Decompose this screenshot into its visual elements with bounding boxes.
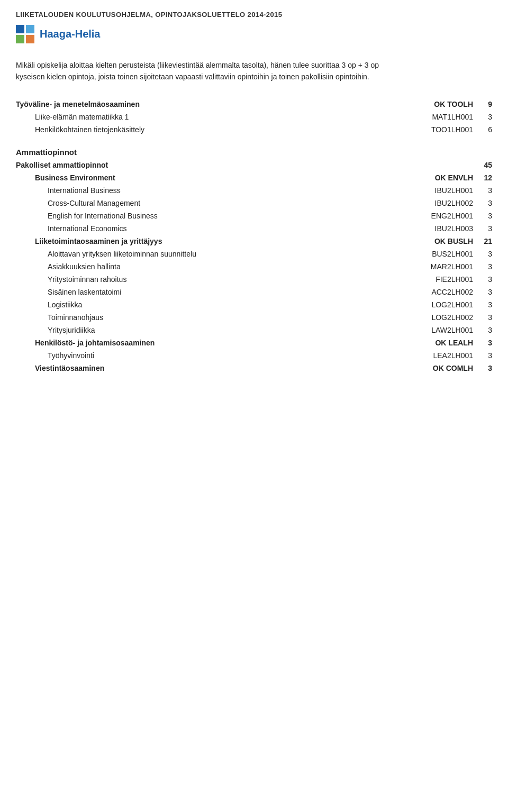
course-label-yritysjuridiikka: Yritysjuridiikka bbox=[16, 326, 95, 334]
course-code-yritysjuridiikka: LAW2LH001 bbox=[420, 326, 473, 334]
course-credits-yritystoiminnan: 3 bbox=[482, 275, 492, 284]
course-label-ammattiopinnot-header: Ammattiopinnot bbox=[16, 142, 77, 157]
course-row-intl-economics: International EconomicsIBU2LH0033 bbox=[16, 222, 492, 235]
course-label-international-business: International Business bbox=[16, 186, 121, 195]
course-label-liike-elaman: Liike-elämän matematiikka 1 bbox=[16, 113, 129, 121]
course-credits-intl-economics: 3 bbox=[482, 224, 492, 233]
course-code-international-business: IBU2LH001 bbox=[420, 186, 473, 195]
course-label-liiketoiminta: Liiketoimintaosaaminen ja yrittäjyys bbox=[16, 237, 162, 245]
course-code-intl-economics: IBU2LH003 bbox=[420, 224, 473, 233]
course-code-yritystoiminnan: FIE2LH001 bbox=[420, 275, 473, 284]
course-code-toiminnanohjaus: LOG2LH002 bbox=[420, 313, 473, 322]
logo-area: Haaga-Helia bbox=[16, 25, 492, 43]
course-code-aloittavan: BUS2LH001 bbox=[420, 250, 473, 258]
course-credits-logistiikka: 3 bbox=[482, 300, 492, 309]
course-credits-henkilosto: 3 bbox=[482, 339, 492, 347]
course-label-yritystoiminnan: Yritystoiminnan rahoitus bbox=[16, 275, 126, 284]
course-row-henkilosto: Henkilöstö- ja johtamisosaaminenOK LEALH… bbox=[16, 336, 492, 349]
logo-icon bbox=[16, 25, 34, 43]
course-credits-asiakkuuksien: 3 bbox=[482, 262, 492, 271]
course-code-liike-elaman: MAT1LH001 bbox=[420, 113, 473, 121]
course-credits-tyohyvinvointi: 3 bbox=[482, 351, 492, 360]
course-code-viestintaosaaminen: OK COMLH bbox=[420, 364, 473, 372]
course-credits-business-env: 12 bbox=[482, 174, 492, 182]
course-code-cross-cultural: IBU2LH002 bbox=[420, 199, 473, 207]
course-code-henkilosto: OK LEALH bbox=[420, 339, 473, 347]
course-label-henkilokohtainen: Henkilökohtainen tietojenkäsittely bbox=[16, 125, 144, 134]
course-code-asiakkuuksien: MAR2LH001 bbox=[420, 262, 473, 271]
course-credits-yritysjuridiikka: 3 bbox=[482, 326, 492, 334]
course-label-aloittavan: Aloittavan yrityksen liiketoiminnan suun… bbox=[16, 250, 196, 258]
course-row-yritystoiminnan: Yritystoiminnan rahoitusFIE2LH0013 bbox=[16, 273, 492, 286]
course-row-liiketoiminta: Liiketoimintaosaaminen ja yrittäjyysOK B… bbox=[16, 235, 492, 248]
course-code-logistiikka: LOG2LH001 bbox=[420, 300, 473, 309]
course-credits-tyovaline: 9 bbox=[482, 100, 492, 108]
course-credits-liike-elaman: 3 bbox=[482, 113, 492, 121]
course-credits-international-business: 3 bbox=[482, 186, 492, 195]
course-code-business-env: OK ENVLH bbox=[420, 174, 473, 182]
course-label-tyohyvinvointi: Työhyvinvointi bbox=[16, 351, 94, 360]
course-row-toiminnanohjaus: ToiminnanohjausLOG2LH0023 bbox=[16, 311, 492, 324]
course-label-asiakkuuksien: Asiakkuuksien hallinta bbox=[16, 262, 121, 271]
course-row-aloittavan: Aloittavan yrityksen liiketoiminnan suun… bbox=[16, 248, 492, 260]
course-code-henkilokohtainen: TOO1LH001 bbox=[420, 125, 473, 134]
course-row-pakolliset: Pakolliset ammattiopinnot45 bbox=[16, 159, 492, 171]
course-label-pakolliset: Pakolliset ammattiopinnot bbox=[16, 161, 108, 169]
course-credits-cross-cultural: 3 bbox=[482, 199, 492, 207]
course-credits-henkilokohtainen: 6 bbox=[482, 125, 492, 134]
course-row-liike-elaman: Liike-elämän matematiikka 1MAT1LH0013 bbox=[16, 111, 492, 123]
course-row-logistiikka: LogistiikkaLOG2LH0013 bbox=[16, 298, 492, 311]
course-code-tyohyvinvointi: LEA2LH001 bbox=[420, 351, 473, 360]
intro-paragraph: Mikäli opiskelija aloittaa kielten perus… bbox=[16, 59, 386, 83]
course-label-english-intl: English for International Business bbox=[16, 212, 158, 220]
logo-text: Haaga-Helia bbox=[40, 28, 101, 40]
course-label-tyovaline: Työväline- ja menetelmäosaaminen bbox=[16, 100, 140, 108]
course-row-asiakkuuksien: Asiakkuuksien hallintaMAR2LH0013 bbox=[16, 260, 492, 273]
course-row-viestintaosaaminen: ViestintäosaaminenOK COMLH3 bbox=[16, 362, 492, 375]
course-row-english-intl: English for International BusinessENG2LH… bbox=[16, 209, 492, 222]
course-label-viestintaosaaminen: Viestintäosaaminen bbox=[16, 364, 104, 372]
course-label-henkilosto: Henkilöstö- ja johtamisosaaminen bbox=[16, 339, 155, 347]
course-label-cross-cultural: Cross-Cultural Management bbox=[16, 199, 140, 207]
course-label-toiminnanohjaus: Toiminnanohjaus bbox=[16, 313, 103, 322]
course-credits-pakolliset: 45 bbox=[482, 161, 492, 169]
course-credits-english-intl: 3 bbox=[482, 212, 492, 220]
course-row-tyohyvinvointi: TyöhyvinvointiLEA2LH0013 bbox=[16, 349, 492, 362]
course-credits-sisainen: 3 bbox=[482, 288, 492, 296]
course-list: Työväline- ja menetelmäosaaminenOK TOOLH… bbox=[16, 98, 492, 375]
course-label-business-env: Business Environment bbox=[16, 174, 115, 182]
course-row-international-business: International BusinessIBU2LH0013 bbox=[16, 184, 492, 197]
course-code-sisainen: ACC2LH002 bbox=[420, 288, 473, 296]
course-label-intl-economics: International Economics bbox=[16, 224, 126, 233]
course-row-yritysjuridiikka: YritysjuridiikkaLAW2LH0013 bbox=[16, 324, 492, 336]
course-row-business-env: Business EnvironmentOK ENVLH12 bbox=[16, 171, 492, 184]
course-credits-aloittavan: 3 bbox=[482, 250, 492, 258]
header-title: LIIKETALOUDEN KOULUTUSOHJELMA, OPINTOJAK… bbox=[16, 11, 492, 19]
course-label-sisainen: Sisäinen laskentatoimi bbox=[16, 288, 121, 296]
course-credits-viestintaosaaminen: 3 bbox=[482, 364, 492, 372]
course-code-liiketoiminta: OK BUSLH bbox=[420, 237, 473, 245]
course-row-sisainen: Sisäinen laskentatoimiACC2LH0023 bbox=[16, 286, 492, 298]
course-row-henkilokohtainen: Henkilökohtainen tietojenkäsittelyTOO1LH… bbox=[16, 123, 492, 136]
course-row-ammattiopinnot-header: Ammattiopinnot bbox=[16, 140, 492, 159]
course-credits-liiketoiminta: 21 bbox=[482, 237, 492, 245]
course-credits-toiminnanohjaus: 3 bbox=[482, 313, 492, 322]
course-label-logistiikka: Logistiikka bbox=[16, 300, 82, 309]
course-row-tyovaline: Työväline- ja menetelmäosaaminenOK TOOLH… bbox=[16, 98, 492, 111]
course-row-cross-cultural: Cross-Cultural ManagementIBU2LH0023 bbox=[16, 197, 492, 209]
course-code-tyovaline: OK TOOLH bbox=[420, 100, 473, 108]
course-code-english-intl: ENG2LH001 bbox=[420, 212, 473, 220]
